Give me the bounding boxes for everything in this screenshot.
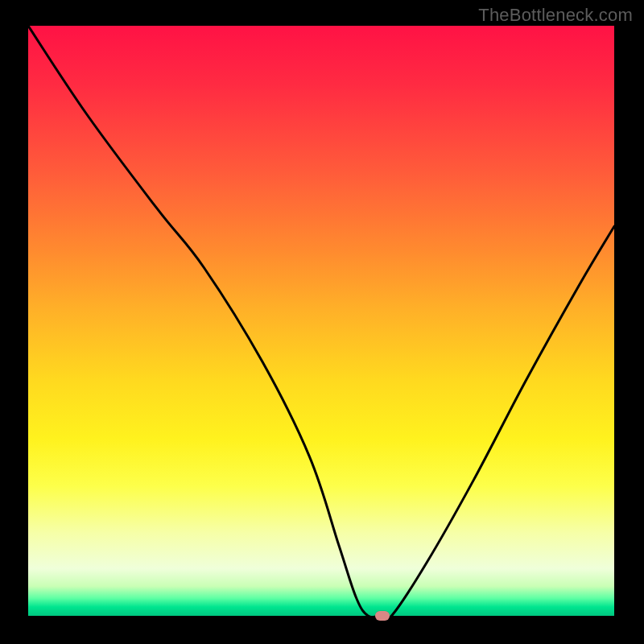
optimum-marker bbox=[375, 611, 390, 621]
chart-frame: { "watermark": "TheBottleneck.com", "cha… bbox=[0, 0, 644, 644]
plot-area bbox=[28, 26, 614, 616]
watermark-text: TheBottleneck.com bbox=[478, 5, 633, 26]
bottleneck-curve bbox=[28, 26, 614, 616]
